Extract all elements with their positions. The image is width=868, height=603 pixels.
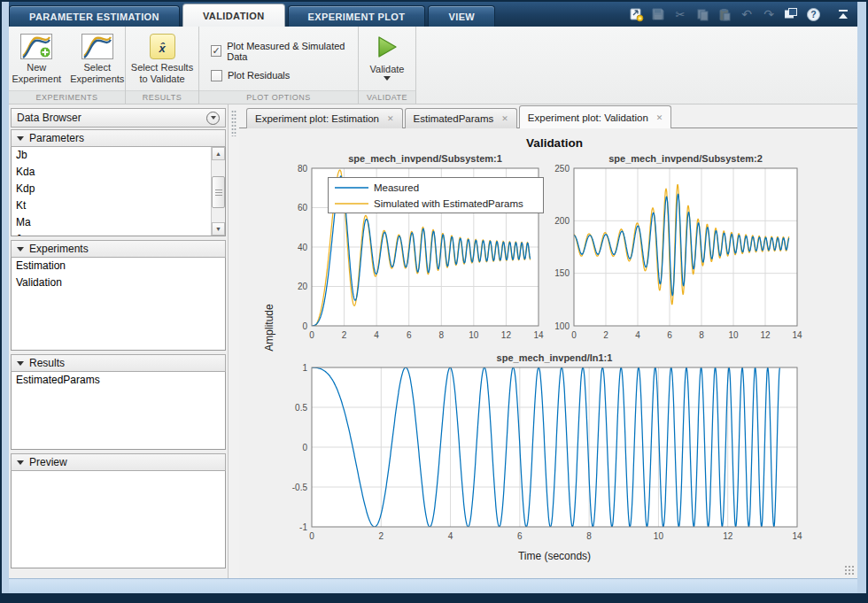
list-item[interactable]: Kda [12,164,225,181]
window-frame: PARAMETER ESTIMATION VALIDATION EXPERIME… [2,2,866,601]
group-label-validate: VALIDATE [359,90,415,104]
validate-play-icon [376,35,399,62]
close-icon[interactable]: ✕ [656,113,663,122]
list-item[interactable]: EstimatedParams [12,372,225,389]
validate-dropdown-caret[interactable] [384,76,391,81]
x-tick-label: 14 [792,531,802,541]
validation-figure: ValidationAmplitudeTime (seconds)0246810… [239,128,857,578]
x-tick-label: 4 [448,531,453,541]
section-header-preview[interactable]: Preview [11,453,226,471]
copy-icon[interactable] [693,4,712,24]
x-tick-label: 8 [586,531,592,541]
list-item[interactable]: Validation [12,274,225,291]
tab-parameter-estimation[interactable]: PARAMETER ESTIMATION [9,5,180,27]
new-experiment-button[interactable]: New Experiment [9,31,65,85]
section-header-experiments[interactable]: Experiments [11,240,226,258]
doc-tab-estimation-plot[interactable]: Experiment plot: Estimation ✕ [246,108,403,128]
list-item[interactable]: Jb [12,147,225,164]
help-icon[interactable]: ? [803,4,823,24]
save-icon[interactable] [648,4,668,24]
collapse-triangle-icon [17,247,24,251]
scrollbar-thumb[interactable] [212,176,225,208]
paste-icon[interactable] [715,4,734,24]
list-item[interactable]: Kdp [12,181,225,197]
x-tick-label: 8 [439,330,445,340]
y-tick-label: 40 [298,243,308,252]
panel-splitter[interactable] [229,104,239,578]
legend-entry: Simulated with EstimatedParams [374,198,523,209]
y-tick-label: 250 [554,164,570,174]
panel-menu-icon[interactable] [206,112,220,125]
section-label-results: Results [29,357,65,369]
scroll-up-icon[interactable]: ▲ [212,147,225,160]
list-item[interactable]: Jp [12,231,225,236]
collapse-ribbon-icon[interactable] [833,4,854,24]
x-tick-label: 12 [723,531,733,541]
parameters-scrollbar[interactable]: ▲ ▼ [211,147,225,236]
cut-icon[interactable]: ✂ [670,4,690,24]
y-tick-label: -1 [299,522,307,532]
tab-view[interactable]: VIEW [428,5,495,27]
ribbon: New Experiment Select Experiments EXPERI… [9,27,857,104]
scrollbar-track[interactable] [212,160,225,222]
x-tick-label: 6 [667,330,672,340]
tab-experiment-plot[interactable]: EXPERIMENT PLOT [288,5,426,27]
x-tick-label: 14 [533,330,544,340]
list-item[interactable]: Ma [12,214,225,231]
new-window-icon[interactable] [626,4,646,24]
section-header-parameters[interactable]: Parameters [11,129,226,147]
x-tick-label: 2 [379,531,384,541]
tab-validation[interactable]: VALIDATION [182,4,285,27]
section-label-parameters: Parameters [29,132,84,144]
splitter-grip-icon[interactable] [231,110,236,136]
section-label-preview: Preview [29,456,67,468]
svg-text:x̂: x̂ [158,41,166,54]
plot-measured-checkbox[interactable]: ✓ [211,45,221,57]
doc-tab-estimatedparams[interactable]: EstimatedParams ✕ [405,108,517,128]
close-icon[interactable]: ✕ [501,114,508,123]
subplot-title: spe_mech_invpend/Subsystem:1 [348,153,502,164]
figure-ylabel: Amplitude [263,304,275,352]
y-tick-label: 150 [554,268,570,278]
new-experiment-icon [20,34,52,59]
validate-button[interactable]: Validate [370,31,405,81]
window-layout-icon[interactable] [781,4,801,24]
select-experiments-icon [81,34,113,59]
document-area: Experiment plot: Estimation ✕ EstimatedP… [239,104,857,578]
select-experiments-label: Select Experiments [70,62,126,85]
doc-tab-validation-plot[interactable]: Experiment plot: Validation ✕ [519,105,672,128]
list-item[interactable]: Kt [12,197,225,214]
x-tick-label: 12 [760,330,771,340]
y-tick-label: 200 [554,216,570,226]
x-tick-label: 10 [728,330,739,340]
resize-grip-icon[interactable] [844,565,855,576]
x-tick-label: 4 [374,330,379,340]
select-results-button[interactable]: x̂ Select Results to Validate [128,31,197,85]
y-tick-label: 0 [302,443,307,452]
ribbon-group-results: x̂ Select Results to Validate RESULTS [126,27,199,104]
doc-tab-label: Experiment plot: Estimation [255,113,379,124]
figure-canvas: ValidationAmplitudeTime (seconds)0246810… [239,128,857,578]
ribbon-spacer [416,27,857,104]
select-experiments-button[interactable]: Select Experiments [70,31,126,85]
validate-label: Validate [370,64,405,74]
x-tick-label: 2 [603,330,608,340]
plot-measured-checkbox-row: ✓ Plot Measured & Simulated Data [211,41,358,62]
close-icon[interactable]: ✕ [387,114,394,123]
x-tick-label: 8 [699,330,704,340]
group-label-results: RESULTS [126,90,198,104]
scroll-down-icon[interactable]: ▼ [212,222,225,236]
y-tick-label: 80 [298,164,308,174]
main-area: Data Browser Parameters Jb Kda Kdp Kt Ma… [9,104,857,578]
undo-icon[interactable]: ↶ [737,4,756,24]
section-header-results[interactable]: Results [11,354,226,372]
svg-text:?: ? [810,9,816,19]
plot-residuals-checkbox[interactable] [211,70,222,81]
list-item[interactable]: Estimation [12,258,225,274]
x-tick-label: 12 [501,330,512,340]
new-experiment-label: New Experiment [9,62,65,85]
collapse-triangle-icon [17,460,24,465]
figure-title: Validation [526,136,583,150]
ribbon-group-plot-options: ✓ Plot Measured & Simulated Data Plot Re… [199,27,359,104]
redo-icon[interactable]: ↷ [759,4,779,24]
